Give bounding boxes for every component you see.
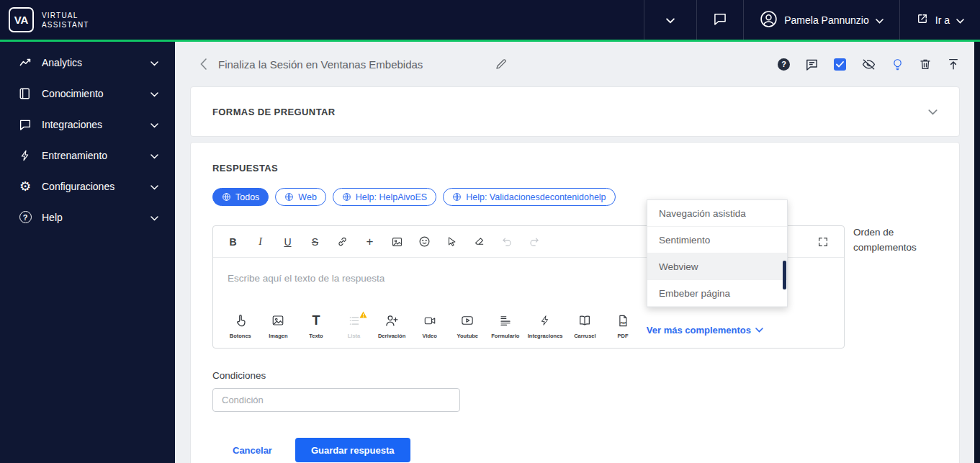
fullscreen-button[interactable] — [817, 236, 829, 248]
page-scrollbar[interactable] — [974, 42, 980, 463]
chevron-down-icon — [755, 328, 763, 333]
complement-texto[interactable]: T Texto — [302, 312, 331, 339]
sidebar-item-entrenamiento[interactable]: Entrenamiento — [0, 140, 175, 171]
complement-youtube[interactable]: Youtube — [453, 312, 482, 339]
help-button[interactable]: ? — [778, 58, 790, 71]
clear-format-button[interactable] — [473, 236, 485, 247]
complement-formulario[interactable]: Formulario — [491, 312, 520, 339]
suggestion-button[interactable] — [891, 57, 904, 72]
chevron-down-icon — [150, 211, 158, 224]
sidebar-item-configuraciones[interactable]: ⚙ Configuraciones — [0, 171, 175, 202]
select-button[interactable] — [446, 235, 458, 248]
globe-icon — [284, 192, 294, 202]
globe-icon — [222, 192, 231, 202]
chip-help-helpaivoes[interactable]: Help: HelpAivoES — [333, 188, 436, 206]
link-button[interactable] — [336, 235, 349, 248]
chip-todos[interactable]: Todos — [212, 188, 269, 206]
avatar-icon — [760, 10, 778, 30]
complement-imagen[interactable]: Imagen — [264, 312, 293, 339]
topbar: VA VIRTUAL ASSISTANT Pamela Pannunzio Ir… — [0, 0, 980, 40]
lightbulb-icon — [891, 57, 904, 72]
gear-icon: ⚙ — [18, 179, 32, 194]
edit-title-button[interactable] — [495, 58, 508, 71]
page-header: Finaliza la Sesión en Ventanas Embebidas… — [190, 42, 960, 86]
list-icon — [347, 312, 361, 329]
sidebar-item-label: Entrenamiento — [42, 150, 150, 161]
cursor-icon — [446, 235, 457, 248]
complement-lista[interactable]: Lista — [340, 312, 369, 339]
complement-derivacion[interactable]: Derivación — [377, 312, 406, 339]
sidebar-item-help[interactable]: ? Help — [0, 202, 175, 233]
bold-button[interactable]: B — [227, 236, 239, 248]
formas-expand-button[interactable] — [928, 105, 938, 118]
text-icon: T — [312, 312, 320, 329]
user-name: Pamela Pannunzio — [784, 14, 869, 26]
undo-button[interactable] — [500, 236, 513, 247]
analytics-icon — [18, 55, 32, 70]
sidebar-item-conocimiento[interactable]: Conocimiento — [0, 78, 175, 109]
header-actions: ? — [778, 57, 960, 72]
complement-botones[interactable]: Botones — [226, 312, 255, 339]
more-complements-link[interactable]: Ver más complementos — [647, 316, 763, 336]
brand: VA VIRTUAL ASSISTANT — [0, 0, 89, 40]
chevron-down-icon — [666, 14, 675, 26]
hand-pointer-icon — [233, 312, 248, 329]
sidebar-item-label: Analytics — [42, 57, 150, 68]
italic-button[interactable]: I — [254, 236, 266, 248]
brand-line1: VIRTUAL — [42, 11, 89, 20]
topbar-right: Pamela Pannunzio Ir a — [644, 0, 980, 40]
chip-help-validaciones[interactable]: Help: Validacionesdecontenidohelp — [443, 188, 615, 206]
redo-button[interactable] — [528, 236, 540, 247]
user-menu[interactable]: Pamela Pannunzio — [743, 0, 899, 40]
dropdown-item-embeber-pagina[interactable]: Embeber página — [647, 280, 787, 307]
condition-input[interactable] — [212, 388, 460, 412]
hide-button[interactable] — [861, 58, 876, 71]
book-icon — [18, 86, 32, 101]
cancel-button[interactable]: Cancelar — [228, 444, 277, 457]
topbar-chat-button[interactable] — [696, 0, 743, 40]
underline-button[interactable]: U — [282, 236, 294, 248]
sidebar-item-label: Integraciones — [42, 119, 150, 130]
chat-bubble-icon — [18, 117, 32, 132]
dropdown-scrollbar[interactable] — [783, 261, 786, 289]
logo-text: VA — [14, 14, 29, 26]
sidebar-item-analytics[interactable]: Analytics — [0, 47, 175, 78]
dropdown-item-webview[interactable]: Webview — [647, 253, 787, 280]
back-button[interactable] — [200, 58, 207, 70]
publish-button[interactable] — [947, 57, 960, 71]
complement-integraciones[interactable]: Integraciones — [529, 312, 562, 339]
complement-pdf[interactable]: PDF PDF — [608, 312, 637, 339]
save-response-button[interactable]: Guardar respuesta — [295, 438, 410, 462]
brand-line2: ASSISTANT — [42, 20, 89, 30]
chip-label: Help: HelpAivoES — [356, 192, 427, 202]
delete-button[interactable] — [919, 57, 932, 71]
topbar-dropdown-toggle[interactable] — [644, 0, 696, 40]
emoji-button[interactable] — [418, 235, 431, 248]
feedback-button[interactable] — [805, 58, 819, 71]
video-camera-icon — [422, 312, 438, 329]
dropdown-item-sentimiento[interactable]: Sentimiento — [647, 227, 787, 253]
sidebar-item-integraciones[interactable]: Integraciones — [0, 109, 175, 140]
actions-row: Cancelar Guardar respuesta — [212, 438, 938, 462]
chip-web[interactable]: Web — [275, 188, 325, 206]
chip-label: Web — [298, 192, 316, 202]
complement-carrusel[interactable]: Carrusel — [571, 312, 600, 339]
image-button[interactable] — [391, 236, 403, 248]
upload-top-icon — [947, 57, 960, 71]
dropdown-item-navegacion-asistida[interactable]: Navegación asistida — [647, 200, 787, 227]
carousel-icon — [577, 312, 593, 329]
chevron-down-icon — [956, 14, 964, 26]
complement-video[interactable]: Video — [415, 312, 444, 339]
eraser-icon — [473, 236, 485, 247]
complements-bar: Botones Imagen T Texto — [213, 312, 844, 348]
goto-menu[interactable]: Ir a — [899, 0, 980, 40]
sidebar-item-label: Configuraciones — [42, 181, 150, 192]
editor-row: B I U S + Escr — [212, 225, 938, 349]
lightning-icon — [539, 312, 551, 329]
globe-icon — [452, 192, 462, 202]
active-checkbox[interactable] — [834, 58, 846, 71]
form-icon — [498, 312, 513, 329]
strikethrough-button[interactable]: S — [309, 236, 321, 248]
eye-off-icon — [861, 58, 876, 71]
insert-button[interactable]: + — [364, 235, 376, 249]
